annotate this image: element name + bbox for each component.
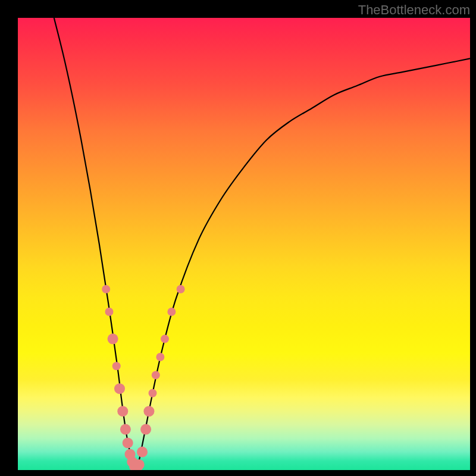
data-marker (161, 335, 169, 343)
data-marker (177, 285, 185, 293)
data-marker (105, 308, 114, 316)
data-marker (123, 437, 133, 448)
data-marker (152, 371, 160, 379)
data-marker (108, 334, 118, 345)
data-marker (140, 424, 151, 435)
data-marker (137, 447, 148, 458)
data-marker (114, 383, 125, 394)
data-marker (149, 389, 157, 397)
data-marker (134, 459, 145, 470)
data-marker (117, 406, 128, 416)
data-marker (120, 424, 131, 435)
data-marker (156, 353, 164, 361)
data-markers (18, 18, 470, 470)
data-marker (167, 308, 176, 316)
data-marker (112, 362, 121, 370)
watermark-text: TheBottleneck.com (358, 2, 470, 18)
data-marker (143, 406, 154, 416)
data-marker (102, 285, 110, 293)
